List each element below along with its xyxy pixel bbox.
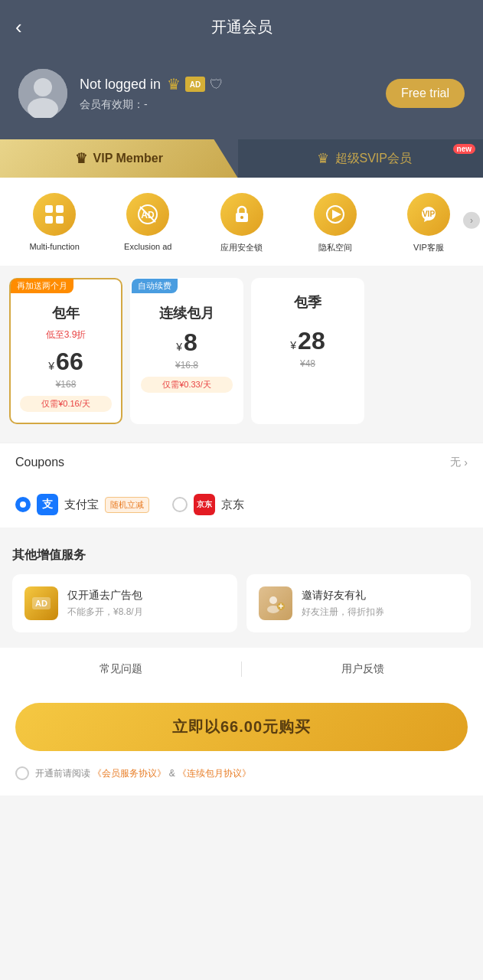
monthly-auto-price: 8 <box>184 328 197 357</box>
invite-icon: + <box>259 586 292 620</box>
alipay-radio[interactable] <box>15 497 31 512</box>
agreement-radio[interactable] <box>15 766 29 780</box>
service-invite[interactable]: + 邀请好友有礼 好友注册，得折扣券 <box>246 574 472 632</box>
vip-crown-icon: ♛ <box>75 150 87 167</box>
feature-private-space[interactable]: 隐私空间 <box>289 193 382 253</box>
svg-rect-6 <box>56 216 64 224</box>
buy-button[interactable]: 立即以66.00元购买 <box>15 703 468 751</box>
tab-svip[interactable]: ♛ 超级SVIP会员 new <box>238 139 484 178</box>
annual-price: 66 <box>56 348 83 376</box>
monthly-auto-original: ¥16.8 <box>141 360 233 371</box>
ad-free-desc: 不能多开，¥8.8/月 <box>67 606 143 619</box>
other-services-section: 其他增值服务 AD 仅开通去广告包 不能多开，¥8.8/月 + <box>0 534 483 642</box>
ad-free-info: 仅开通去广告包 不能多开，¥8.8/月 <box>67 589 143 619</box>
coupons-value-area[interactable]: 无 › <box>450 456 468 469</box>
invite-info: 邀请好友有礼 好友注册，得折扣券 <box>302 589 384 619</box>
agreement-section: 开通前请阅读 《会员服务协议》 & 《连续包月协议》 <box>0 759 483 795</box>
annual-currency: ¥ <box>48 360 54 372</box>
svip-crown-icon: ♛ <box>317 150 329 167</box>
shield-icon: 🛡 <box>210 77 224 93</box>
alipay-icon: 支 <box>37 494 58 515</box>
pricing-cards: 再加送两个月 包年 低至3.9折 ¥ 66 ¥168 仅需¥0.16/天 自动续… <box>9 278 474 424</box>
payment-jd[interactable]: 京东 京东 <box>172 494 244 515</box>
coupons-label: Coupons <box>15 456 64 469</box>
multifunction-label: Multi-function <box>29 242 79 251</box>
exclusion-ad-icon: AD <box>126 193 169 236</box>
pricing-card-quarterly[interactable]: 包季 ¥ 28 ¥48 <box>251 278 364 424</box>
free-trial-button[interactable]: Free trial <box>386 79 465 108</box>
svg-text:AD: AD <box>35 599 47 608</box>
agreement-link2[interactable]: 《连续包月协议》 <box>178 768 251 779</box>
vip-service-icon: VIP <box>407 193 450 236</box>
back-button[interactable]: ‹ <box>15 17 22 37</box>
alipay-label: 支付宝 <box>64 498 99 512</box>
feedback-link[interactable]: 用户反馈 <box>242 662 483 676</box>
service-ad-free[interactable]: AD 仅开通去广告包 不能多开，¥8.8/月 <box>12 574 237 632</box>
tab-vip[interactable]: ♛ VIP Member <box>0 139 238 178</box>
quarterly-currency: ¥ <box>290 339 296 351</box>
agreement-text: 开通前请阅读 《会员服务协议》 & 《连续包月协议》 <box>35 767 251 780</box>
user-badges: ♛ AD 🛡 <box>167 75 224 93</box>
new-badge: new <box>453 144 475 154</box>
other-services-title: 其他增值服务 <box>12 547 471 564</box>
jd-icon: 京东 <box>194 494 215 515</box>
monthly-auto-currency: ¥ <box>176 341 182 353</box>
monthly-auto-title: 连续包月 <box>141 304 233 322</box>
jd-label: 京东 <box>221 498 244 512</box>
quarterly-original: ¥48 <box>262 358 354 369</box>
avatar <box>18 69 67 118</box>
app-lock-label: 应用安全锁 <box>220 242 263 253</box>
faq-link[interactable]: 常见问题 <box>0 662 241 676</box>
quarterly-price: 28 <box>298 327 325 355</box>
coupons-value: 无 <box>450 456 461 469</box>
footer-links: 常见问题 用户反馈 <box>0 648 483 691</box>
pricing-card-annual[interactable]: 再加送两个月 包年 低至3.9折 ¥ 66 ¥168 仅需¥0.16/天 <box>9 278 122 424</box>
jd-radio[interactable] <box>172 497 188 512</box>
pricing-card-monthly-auto[interactable]: 自动续费 连续包月 ¥ 8 ¥16.8 仅需¥0.33/天 <box>130 278 243 424</box>
annual-original: ¥168 <box>20 379 112 390</box>
coupons-section[interactable]: Coupons 无 › <box>0 443 483 482</box>
user-info: Not logged in ♛ AD 🛡 会员有效期：- <box>80 75 374 112</box>
quarterly-title: 包季 <box>262 293 354 312</box>
user-validity: 会员有效期：- <box>80 98 374 112</box>
private-space-label: 隐私空间 <box>318 242 352 253</box>
svg-marker-13 <box>332 210 341 219</box>
services-grid: AD 仅开通去广告包 不能多开，¥8.8/月 + 邀请好友有礼 好友注册，得折扣… <box>12 574 471 632</box>
pricing-section: 再加送两个月 包年 低至3.9折 ¥ 66 ¥168 仅需¥0.16/天 自动续… <box>0 266 483 436</box>
alipay-radio-inner <box>20 501 26 508</box>
invite-title: 邀请好友有礼 <box>302 589 384 603</box>
annual-discount: 低至3.9折 <box>20 328 112 341</box>
feature-exclusion-ad[interactable]: AD Exclusion ad <box>101 193 194 251</box>
agreement-link1[interactable]: 《会员服务协议》 <box>93 768 166 779</box>
monthly-auto-daily: 仅需¥0.33/天 <box>141 377 233 393</box>
ad-free-icon: AD <box>24 586 58 620</box>
user-name: Not logged in <box>80 77 161 93</box>
svg-rect-4 <box>56 205 64 213</box>
crown-icon: ♛ <box>167 75 181 93</box>
monthly-auto-tag: 自动续费 <box>132 279 178 293</box>
invite-desc: 好友注册，得折扣券 <box>302 606 384 619</box>
svg-point-11 <box>240 216 243 219</box>
exclusion-ad-label: Exclusion ad <box>124 242 171 251</box>
svg-text:+: + <box>278 601 283 612</box>
random-discount-tag: 随机立减 <box>105 497 149 513</box>
payment-alipay[interactable]: 支 支付宝 随机立减 <box>15 494 149 515</box>
svg-point-17 <box>269 596 277 604</box>
tab-svip-label: 超级SVIP会员 <box>335 151 412 167</box>
features-scroll-arrow[interactable]: › <box>463 211 480 228</box>
user-section: Not logged in ♛ AD 🛡 会员有效期：- Free trial <box>0 54 483 139</box>
coupons-chevron-icon: › <box>464 456 468 469</box>
vip-service-label: VIP客服 <box>413 242 444 253</box>
app-lock-icon <box>220 193 263 236</box>
buy-section: 立即以66.00元购买 <box>0 691 483 759</box>
annual-daily: 仅需¥0.16/天 <box>20 396 112 412</box>
svg-rect-5 <box>45 216 53 224</box>
features-section: Multi-function AD Exclusion ad 应用安全锁 <box>0 178 483 266</box>
svg-rect-3 <box>45 205 53 213</box>
feature-multifunction[interactable]: Multi-function <box>8 193 101 251</box>
payment-section: 支 支付宝 随机立减 京东 京东 <box>0 482 483 528</box>
ad-badge: AD <box>185 77 205 92</box>
svg-point-1 <box>34 78 52 96</box>
feature-vip-service[interactable]: VIP VIP客服 <box>382 193 475 253</box>
feature-app-lock[interactable]: 应用安全锁 <box>194 193 288 253</box>
